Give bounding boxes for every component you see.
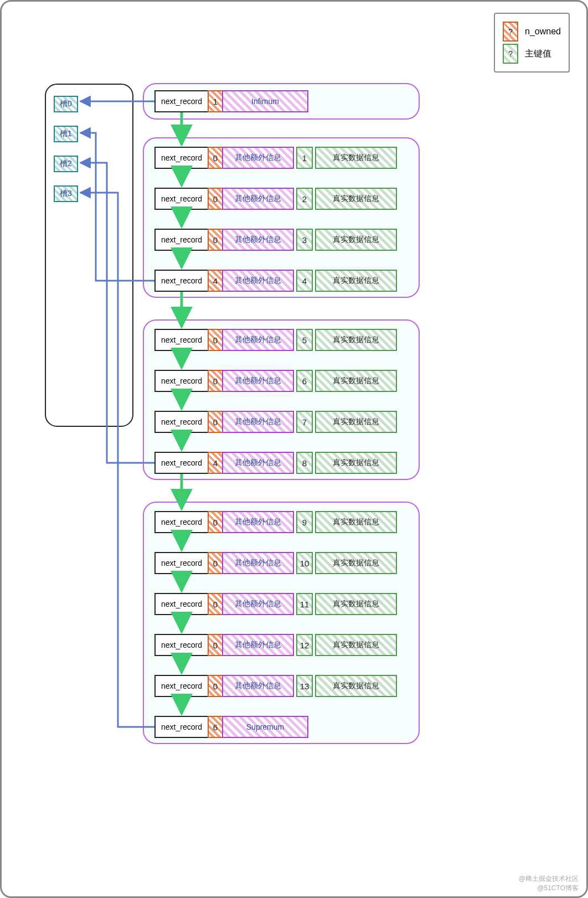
slot-label: 槽3 <box>60 189 72 199</box>
n-owned-cell: 0 <box>208 188 223 210</box>
record-row: next_record 0 其他额外信息 7 真实数据信息 <box>154 411 397 433</box>
record-row: next_record 0 其他额外信息 12 真实数据信息 <box>154 634 397 656</box>
data-cell: 真实数据信息 <box>315 593 397 615</box>
n-owned-cell: 4 <box>208 452 223 474</box>
slot-1: 槽1 <box>54 126 78 142</box>
data-cell: 真实数据信息 <box>315 329 397 351</box>
data-cell: 真实数据信息 <box>315 370 397 392</box>
pk-cell: 3 <box>296 229 313 251</box>
extra-info-cell: 其他额外信息 <box>222 511 294 533</box>
legend-label-nowned: n_owned <box>525 27 561 37</box>
n-owned-cell: 0 <box>208 634 223 656</box>
n-owned-cell: 0 <box>208 511 223 533</box>
record-row: next_record 6 Supremum <box>154 716 308 738</box>
record-row: next_record 0 其他额外信息 2 真实数据信息 <box>154 188 397 210</box>
pk-cell: 1 <box>296 147 313 169</box>
record-row: next_record 4 其他额外信息 8 真实数据信息 <box>154 452 397 474</box>
slot-2: 槽2 <box>54 156 78 172</box>
slot-label: 槽2 <box>60 159 72 169</box>
slot-column: 槽0 槽1 槽2 槽3 <box>45 84 133 427</box>
legend-label-pk: 主键值 <box>525 48 551 60</box>
data-cell: 真实数据信息 <box>315 452 397 474</box>
n-owned-cell: 0 <box>208 411 223 433</box>
slot-0: 槽0 <box>54 96 78 112</box>
extra-info-cell: 其他额外信息 <box>222 270 294 292</box>
next-record-cell: next_record <box>154 452 209 474</box>
next-record-cell: next_record <box>154 411 209 433</box>
pk-cell: 8 <box>296 452 313 474</box>
record-row: next_record 1 Infimum <box>154 90 308 112</box>
pk-cell: 10 <box>296 552 313 574</box>
next-record-cell: next_record <box>154 634 209 656</box>
slot-label: 槽0 <box>60 99 72 109</box>
extra-info-cell: 其他额外信息 <box>222 147 294 169</box>
next-record-cell: next_record <box>154 147 209 169</box>
data-cell: 真实数据信息 <box>315 634 397 656</box>
pk-cell: 2 <box>296 188 313 210</box>
extra-info-cell: 其他额外信息 <box>222 229 294 251</box>
extra-info-cell: Supremum <box>222 716 308 738</box>
data-cell: 真实数据信息 <box>315 675 397 697</box>
data-cell: 真实数据信息 <box>315 411 397 433</box>
extra-info-cell: 其他额外信息 <box>222 188 294 210</box>
extra-info-cell: 其他额外信息 <box>222 552 294 574</box>
legend: ? n_owned ? 主键值 <box>494 13 570 73</box>
next-record-cell: next_record <box>154 552 209 574</box>
n-owned-cell: 0 <box>208 675 223 697</box>
pk-cell: 12 <box>296 634 313 656</box>
n-owned-cell: 0 <box>208 370 223 392</box>
n-owned-cell: 1 <box>208 90 223 112</box>
extra-info-cell: 其他额外信息 <box>222 329 294 351</box>
slot-label: 槽1 <box>60 129 72 139</box>
record-row: next_record 0 其他额外信息 3 真实数据信息 <box>154 229 397 251</box>
record-row: next_record 0 其他额外信息 5 真实数据信息 <box>154 329 397 351</box>
record-row: next_record 0 其他额外信息 1 真实数据信息 <box>154 147 397 169</box>
record-row: next_record 0 其他额外信息 13 真实数据信息 <box>154 675 397 697</box>
legend-swatch-nowned: ? <box>503 22 518 42</box>
watermark-line: @51CTO博客 <box>519 884 579 893</box>
next-record-cell: next_record <box>154 270 209 292</box>
next-record-cell: next_record <box>154 229 209 251</box>
extra-info-cell: 其他额外信息 <box>222 370 294 392</box>
extra-info-cell: 其他额外信息 <box>222 452 294 474</box>
data-cell: 真实数据信息 <box>315 270 397 292</box>
record-row: next_record 0 其他额外信息 10 真实数据信息 <box>154 552 397 574</box>
next-record-cell: next_record <box>154 370 209 392</box>
extra-info-cell: Infimum <box>222 90 308 112</box>
pk-cell: 4 <box>296 270 313 292</box>
data-cell: 真实数据信息 <box>315 511 397 533</box>
legend-row-nowned: ? n_owned <box>503 22 561 42</box>
record-row: next_record 0 其他额外信息 11 真实数据信息 <box>154 593 397 615</box>
n-owned-cell: 6 <box>208 716 223 738</box>
pk-cell: 11 <box>296 593 313 615</box>
n-owned-cell: 0 <box>208 329 223 351</box>
record-row: next_record 4 其他额外信息 4 真实数据信息 <box>154 270 397 292</box>
pk-cell: 7 <box>296 411 313 433</box>
pk-cell: 9 <box>296 511 313 533</box>
record-row: next_record 0 其他额外信息 6 真实数据信息 <box>154 370 397 392</box>
extra-info-cell: 其他额外信息 <box>222 593 294 615</box>
extra-info-cell: 其他额外信息 <box>222 634 294 656</box>
next-record-cell: next_record <box>154 90 209 112</box>
group-box-3 <box>143 502 420 744</box>
next-record-cell: next_record <box>154 511 209 533</box>
data-cell: 真实数据信息 <box>315 147 397 169</box>
legend-swatch-pk: ? <box>503 44 518 64</box>
extra-info-cell: 其他额外信息 <box>222 675 294 697</box>
n-owned-cell: 0 <box>208 147 223 169</box>
data-cell: 真实数据信息 <box>315 229 397 251</box>
n-owned-cell: 0 <box>208 229 223 251</box>
pk-cell: 6 <box>296 370 313 392</box>
next-record-cell: next_record <box>154 329 209 351</box>
pk-cell: 5 <box>296 329 313 351</box>
next-record-cell: next_record <box>154 716 209 738</box>
watermark: @稀土掘金技术社区 @51CTO博客 <box>519 874 579 893</box>
extra-info-cell: 其他额外信息 <box>222 411 294 433</box>
next-record-cell: next_record <box>154 675 209 697</box>
n-owned-cell: 4 <box>208 270 223 292</box>
watermark-line: @稀土掘金技术社区 <box>519 874 579 884</box>
data-cell: 真实数据信息 <box>315 188 397 210</box>
slot-3: 槽3 <box>54 185 78 202</box>
record-row: next_record 0 其他额外信息 9 真实数据信息 <box>154 511 397 533</box>
diagram-canvas: ? n_owned ? 主键值 槽0 槽1 槽2 槽3 next_record … <box>0 0 588 898</box>
